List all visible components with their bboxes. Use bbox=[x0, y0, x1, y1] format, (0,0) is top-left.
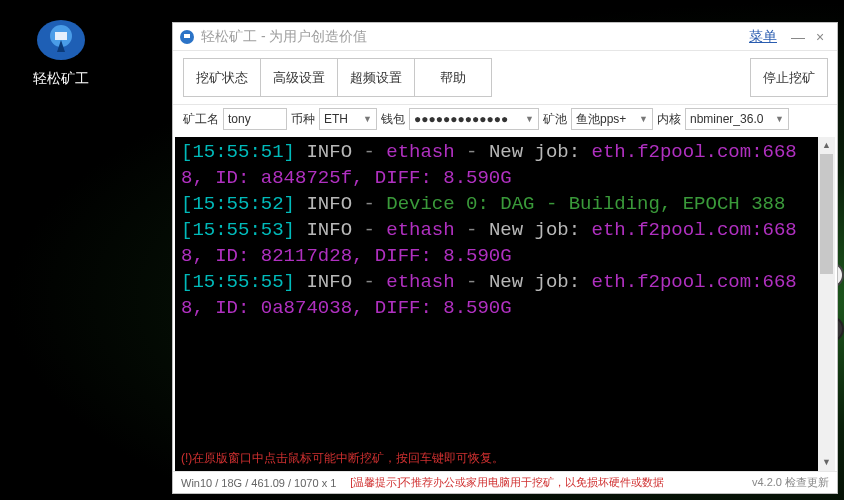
version-label[interactable]: v4.2.0 检查更新 bbox=[752, 475, 829, 490]
chevron-down-icon: ▼ bbox=[363, 114, 372, 124]
tab-mining-status[interactable]: 挖矿状态 bbox=[183, 58, 261, 97]
tab-oc-settings[interactable]: 超频设置 bbox=[337, 58, 415, 97]
scroll-up-button[interactable]: ▲ bbox=[818, 137, 835, 154]
wallet-label: 钱包 bbox=[381, 111, 405, 128]
toolbar: 挖矿状态 高级设置 超频设置 帮助 停止挖矿 bbox=[173, 51, 837, 105]
pool-label: 矿池 bbox=[543, 111, 567, 128]
desktop-shortcut[interactable]: 轻松矿工 bbox=[16, 16, 106, 90]
coin-select[interactable]: ETH▼ bbox=[319, 108, 377, 130]
app-window: 轻松矿工 - 为用户创造价值 菜单 — × 挖矿状态 高级设置 超频设置 帮助 … bbox=[172, 22, 838, 494]
scroll-down-button[interactable]: ▼ bbox=[818, 454, 835, 471]
minimize-button[interactable]: — bbox=[787, 29, 809, 45]
worker-input[interactable]: tony bbox=[223, 108, 287, 130]
tab-advanced-settings[interactable]: 高级设置 bbox=[260, 58, 338, 97]
scrollbar[interactable]: ▲ ▼ bbox=[818, 137, 835, 471]
kernel-label: 内核 bbox=[657, 111, 681, 128]
chevron-down-icon: ▼ bbox=[775, 114, 784, 124]
stop-mining-button[interactable]: 停止挖矿 bbox=[750, 58, 828, 97]
system-info: Win10 / 18G / 461.09 / 1070 x 1 bbox=[181, 477, 336, 489]
status-warning: [温馨提示]不推荐办公或家用电脑用于挖矿，以免损坏硬件或数据 bbox=[350, 475, 664, 490]
fields-bar: 矿工名 tony 币种 ETH▼ 钱包 ●●●●●●●●●●●●●▼ 矿池 鱼池… bbox=[173, 105, 837, 137]
wallet-select[interactable]: ●●●●●●●●●●●●●▼ bbox=[409, 108, 539, 130]
window-title: 轻松矿工 - 为用户创造价值 bbox=[201, 28, 367, 46]
chevron-down-icon: ▼ bbox=[639, 114, 648, 124]
status-bar: Win10 / 18G / 461.09 / 1070 x 1 [温馨提示]不推… bbox=[173, 471, 837, 493]
kernel-select[interactable]: nbminer_36.0▼ bbox=[685, 108, 789, 130]
app-logo-icon bbox=[179, 29, 195, 45]
console-area: [15:55:51] INFO - ethash - New job: eth.… bbox=[175, 137, 835, 471]
worker-label: 矿工名 bbox=[183, 111, 219, 128]
console-warning-note: (!)在原版窗口中点击鼠标可能中断挖矿，按回车键即可恢复。 bbox=[175, 446, 818, 471]
app-icon bbox=[32, 16, 90, 64]
tab-help[interactable]: 帮助 bbox=[414, 58, 492, 97]
coin-label: 币种 bbox=[291, 111, 315, 128]
titlebar: 轻松矿工 - 为用户创造价值 菜单 — × bbox=[173, 23, 837, 51]
chevron-down-icon: ▼ bbox=[525, 114, 534, 124]
scroll-thumb[interactable] bbox=[820, 154, 833, 274]
desktop-shortcut-label: 轻松矿工 bbox=[16, 68, 106, 90]
console-output: [15:55:51] INFO - ethash - New job: eth.… bbox=[175, 137, 818, 446]
menu-link[interactable]: 菜单 bbox=[749, 28, 777, 46]
scroll-track[interactable] bbox=[818, 154, 835, 454]
pool-select[interactable]: 鱼池pps+▼ bbox=[571, 108, 653, 130]
close-button[interactable]: × bbox=[809, 29, 831, 45]
